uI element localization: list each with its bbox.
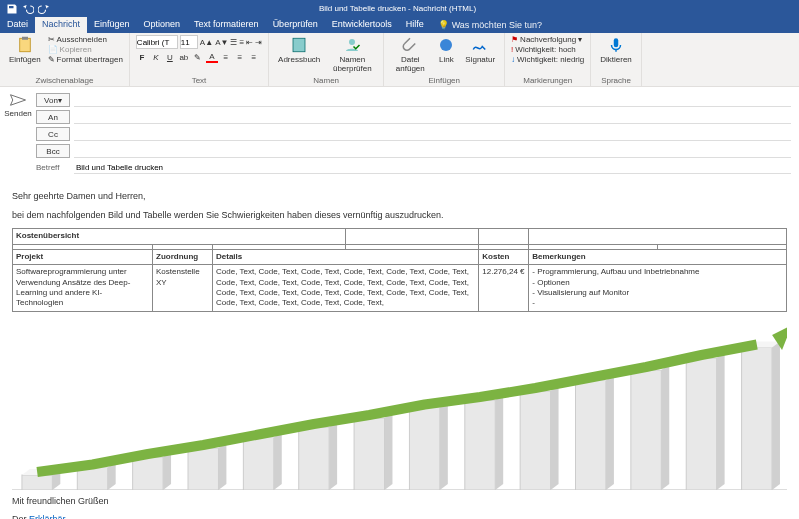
svg-rect-46 [742,347,772,490]
svg-rect-43 [686,358,716,490]
tab-file[interactable]: Datei [0,17,35,33]
cc-button[interactable]: Cc [36,127,70,141]
ribbon-tabs: Datei Nachricht Einfügen Optionen Text f… [0,17,799,33]
h-cost: Kosten [479,249,529,264]
shrink-font-icon[interactable]: A▼ [215,38,228,47]
check-names-label: Namen überprüfen [330,55,374,73]
font-name-select[interactable] [136,35,178,49]
addressbook-button[interactable]: Adressbuch [275,35,323,65]
save-icon[interactable] [6,3,18,15]
svg-rect-13 [133,457,163,490]
attach-file-button[interactable]: Datei anfügen [390,35,430,74]
svg-rect-7 [22,475,52,490]
highlight-icon[interactable]: ✎ [192,51,204,63]
tell-me-label: Was möchten Sie tun? [452,20,542,30]
bcc-button[interactable]: Bcc [36,144,70,158]
cut-button[interactable]: ✂ Ausschneiden [48,35,123,44]
tab-help[interactable]: Hilfe [399,17,431,33]
to-input[interactable] [74,111,791,124]
font-color-icon[interactable]: A [206,51,218,63]
tab-dev[interactable]: Entwicklertools [325,17,399,33]
tab-options[interactable]: Optionen [137,17,188,33]
svg-marker-21 [274,431,282,490]
italic-icon[interactable]: K [150,51,162,63]
send-button[interactable]: Senden [4,93,32,118]
align-left-icon[interactable]: ≡ [220,51,232,63]
format-painter-button[interactable]: ✎ Format übertragen [48,55,123,64]
align-right-icon[interactable]: ≡ [248,51,260,63]
grow-font-icon[interactable]: A▲ [200,38,213,47]
svg-marker-24 [329,421,337,490]
send-label: Senden [4,109,32,118]
svg-marker-30 [440,401,448,490]
svg-point-4 [440,39,452,51]
from-input[interactable] [74,94,791,107]
cell-details: Code, Text, Code, Text, Code, Text, Code… [213,265,479,312]
cc-input[interactable] [74,128,791,141]
underline-icon[interactable]: U [164,51,176,63]
window-title: Bild und Tabelle drucken - Nachricht (HT… [56,4,739,13]
signature-button[interactable]: Signatur [462,35,498,65]
to-button[interactable]: An [36,110,70,124]
addressbook-label: Adressbuch [278,55,320,64]
svg-rect-16 [188,448,218,490]
arrow-down-icon: ↓ [511,55,515,64]
titlebar: Bild und Tabelle drucken - Nachricht (HT… [0,0,799,17]
numbering-icon[interactable]: ≡ [239,38,244,47]
greeting: Sehr geehrte Damen und Herren, [12,191,787,203]
cell-project: Softwareprogrammierung unter Verwendung … [13,265,153,312]
align-center-icon[interactable]: ≡ [234,51,246,63]
tell-me[interactable]: 💡 Was möchten Sie tun? [431,17,549,33]
signature-greeting: Mit freundlichen Grüßen [12,496,787,508]
bold-icon[interactable]: F [136,51,148,63]
paste-label: Einfügen [9,55,41,64]
link-button[interactable]: Link [434,35,458,65]
svg-marker-18 [218,442,226,490]
font-size-select[interactable] [180,35,198,49]
high-importance-button[interactable]: ! Wichtigkeit: hoch [511,45,584,54]
dictate-button[interactable]: Diktieren [597,35,635,65]
redo-icon[interactable] [38,3,50,15]
tab-insert[interactable]: Einfügen [87,17,137,33]
intro-text: bei dem nachfolgenden Bild und Tabelle w… [12,210,787,222]
indent-icon[interactable]: ⇥ [255,38,262,47]
ribbon: Einfügen ✂ Ausschneiden 📄 Kopieren ✎ For… [0,33,799,87]
strike-icon[interactable]: ab [178,51,190,63]
tab-review[interactable]: Überprüfen [266,17,325,33]
svg-marker-39 [606,374,614,490]
paste-button[interactable]: Einfügen [6,35,44,65]
cell-remarks: - Programmierung, Aufbau und Inbetriebna… [529,265,787,312]
outdent-icon[interactable]: ⇤ [246,38,253,47]
names-group-label: Namen [275,76,377,85]
svg-rect-2 [293,38,305,52]
compose-header: Senden Von ▾ An Cc Bcc Betreff [0,87,799,181]
check-names-button[interactable]: Namen überprüfen [327,35,377,74]
svg-rect-1 [22,37,28,40]
svg-marker-33 [495,394,503,490]
svg-rect-31 [465,400,495,490]
bullets-icon[interactable]: ☰ [230,38,237,47]
svg-marker-48 [772,341,780,490]
low-importance-button[interactable]: ↓ Wichtigkeit: niedrig [511,55,584,64]
svg-marker-45 [717,352,725,490]
tab-format[interactable]: Text formatieren [187,17,266,33]
h-details: Details [213,249,479,264]
svg-rect-34 [520,391,550,490]
signature-link[interactable]: Erklärbär [29,514,66,519]
from-button[interactable]: Von ▾ [36,93,70,107]
undo-icon[interactable] [22,3,34,15]
attach-label: Datei anfügen [393,55,427,73]
message-body[interactable]: Sehr geehrte Damen und Herren, bei dem n… [0,181,799,519]
table-title: Kostenübersicht [13,229,346,244]
signature-label: Signatur [465,55,495,64]
copy-button[interactable]: 📄 Kopieren [48,45,123,54]
svg-marker-42 [661,364,669,490]
link-label: Link [439,55,454,64]
tab-message[interactable]: Nachricht [35,17,87,33]
bcc-input[interactable] [74,145,791,158]
svg-marker-27 [385,412,393,490]
followup-button[interactable]: ⚑ Nachverfolgung ▾ [511,35,584,44]
svg-rect-28 [409,407,439,490]
subject-input[interactable] [74,161,791,174]
svg-marker-36 [551,385,559,490]
